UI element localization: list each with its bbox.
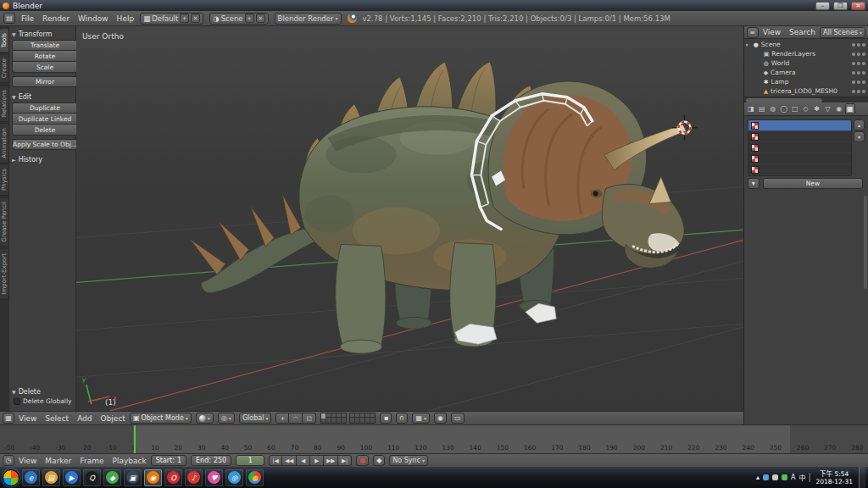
add-scene-button[interactable]: + [245, 14, 254, 23]
viewport-menu[interactable]: Add [77, 414, 92, 423]
viewport-menu[interactable]: View [19, 414, 36, 423]
expand-arrow-icon[interactable]: ► [12, 157, 16, 163]
chrome-icon[interactable]: ● [246, 469, 264, 486]
toolshelf-tab[interactable]: Physics [0, 164, 9, 196]
timeline-ruler[interactable]: -50-40-30-20-100102030405060708090100110… [0, 424, 868, 453]
orientation-dropdown[interactable]: Global▾ [239, 413, 272, 424]
manipulator-toggle[interactable]: ◱ [303, 413, 316, 424]
mirror-button[interactable]: Mirror [12, 76, 78, 87]
delete-globally-checkbox[interactable]: Delete Globally [14, 397, 76, 405]
outliner-row[interactable]: ▲ tricera_LOD0_MESH0 [744, 86, 868, 96]
shading-dropdown[interactable]: ▾ [196, 413, 214, 424]
show-desktop-button[interactable] [859, 467, 865, 488]
timeline-menu[interactable]: Playback [113, 457, 147, 465]
data-tab-icon[interactable]: ▽ [823, 103, 833, 114]
tray-icon[interactable] [772, 474, 778, 480]
transport-button[interactable]: |◀ [269, 455, 282, 466]
apply-scale-button[interactable]: Apply Scale to Obj... [12, 139, 78, 150]
tray-expand-icon[interactable]: ▴ [756, 474, 760, 481]
dinosaur-model[interactable] [190, 62, 686, 353]
tray-icon[interactable] [763, 474, 769, 480]
outliner-row[interactable]: ▣ RenderLayers [744, 49, 868, 58]
render-tab-icon[interactable]: ◨ [746, 103, 756, 114]
texture-slot[interactable] [748, 153, 851, 164]
3d-viewport[interactable]: x y User Ortho (1) [76, 26, 743, 411]
toolshelf-tab[interactable]: Tools [0, 28, 9, 53]
toolshelf-tab[interactable]: Grease Pencil [0, 197, 9, 247]
object-tab-icon[interactable]: □ [790, 103, 800, 114]
lock-icon[interactable]: ▪ [380, 413, 392, 424]
app-icon-5[interactable]: ◆ [103, 469, 121, 486]
system-clock[interactable]: 下午 5:54 2018-12-31 [813, 470, 855, 485]
transport-button[interactable]: ▶ [310, 455, 324, 466]
pivot-dropdown[interactable]: ◎▾ [218, 413, 235, 424]
ime-latin-indicator[interactable]: A [791, 474, 795, 481]
maximize-button[interactable]: ❐ [833, 2, 848, 10]
add-layout-button[interactable]: + [180, 14, 189, 23]
edit-button[interactable]: Duplicate Linked [12, 114, 78, 125]
collapse-arrow-icon[interactable]: ▼ [12, 94, 16, 100]
timeline-menu[interactable]: Marker [45, 457, 71, 465]
remove-scene-button[interactable]: ✕ [256, 14, 265, 23]
outliner-scrollbar[interactable] [744, 97, 868, 103]
app-icon-6[interactable]: ▣ [124, 469, 142, 486]
remove-layout-button[interactable]: ✕ [191, 14, 200, 23]
visibility-icons[interactable] [852, 90, 865, 93]
internet-explorer-icon[interactable]: e [22, 469, 40, 486]
transport-button[interactable]: ◀ [297, 455, 310, 466]
viewport-menu[interactable]: Select [45, 414, 69, 423]
scene-selector[interactable]: ◑ Scene + ✕ [209, 13, 268, 25]
outliner-row[interactable]: ◍ World [744, 58, 868, 68]
render-engine-dropdown[interactable]: Blender Render ▾ [275, 13, 342, 25]
world-tab-icon[interactable]: ◯ [779, 103, 789, 114]
3d-scene[interactable]: x y [76, 26, 743, 411]
visibility-icons[interactable] [852, 62, 865, 65]
collapse-arrow-icon[interactable]: ▼ [12, 389, 16, 395]
material-tab-icon[interactable]: ◉ [834, 103, 844, 114]
viewport-menu[interactable]: Object [101, 414, 125, 423]
qq-icon[interactable]: Q [83, 469, 101, 486]
manipulator-toggle[interactable]: ◠ [289, 413, 303, 424]
outliner-menu[interactable]: View [763, 28, 781, 36]
edit-panel-header[interactable]: ▼Edit [12, 93, 78, 101]
menubar-menu[interactable]: Render [42, 14, 70, 23]
texture-slot[interactable] [748, 120, 851, 131]
transport-button[interactable]: ◀◀ [282, 455, 297, 466]
snap-magnet-icon[interactable]: ∪ [396, 413, 408, 424]
texture-slot[interactable] [748, 142, 851, 153]
edit-button[interactable]: Duplicate [12, 103, 78, 114]
screen-layout-selector[interactable]: ▦ Default + ✕ [140, 13, 203, 25]
texture-slot[interactable] [748, 131, 851, 142]
timeline-menu[interactable]: Frame [80, 457, 103, 465]
app-icon-11[interactable]: ◎ [225, 469, 243, 486]
record-button[interactable]: ● [356, 455, 369, 466]
edit-button[interactable]: Delete [12, 125, 78, 136]
app-icon-10[interactable]: ♥ [205, 469, 223, 486]
current-frame-field[interactable]: 1 [236, 455, 264, 466]
keyframe-icon[interactable]: ◆ [373, 455, 385, 466]
checkbox-icon[interactable] [14, 398, 20, 405]
history-panel-header[interactable]: ►History [12, 156, 78, 164]
transform-button[interactable]: Translate [12, 40, 78, 51]
visibility-icons[interactable] [852, 80, 865, 84]
visibility-icons[interactable] [852, 71, 865, 75]
start-button[interactable] [3, 469, 19, 486]
transport-button[interactable]: ▶▶ [324, 455, 338, 466]
app-icon-8[interactable]: O [164, 469, 182, 486]
outliner-row[interactable]: ◆ Camera [744, 68, 868, 77]
toolshelf-tab[interactable]: Relations [0, 85, 9, 122]
outliner-row[interactable]: ✱ Lamp [744, 77, 868, 86]
app-icon-9[interactable]: ♪ [185, 469, 203, 486]
expand-arrow-icon[interactable]: ▾ [746, 42, 751, 47]
visibility-icons[interactable] [852, 43, 865, 47]
outliner-editor-icon[interactable]: ≡ [747, 27, 759, 38]
layers-widget[interactable] [320, 413, 376, 424]
layer-grid-right[interactable] [349, 413, 376, 424]
render-animation-icon[interactable]: ▭ [451, 413, 465, 424]
menubar-menu[interactable]: Window [78, 14, 108, 23]
redo-panel-header[interactable]: ▼Delete [12, 388, 78, 396]
new-texture-button[interactable]: New [763, 178, 863, 189]
slot-move-button[interactable]: ▾ [854, 131, 865, 142]
texture-slot[interactable] [748, 164, 851, 175]
timeline-editor-icon[interactable]: ◷ [3, 455, 14, 466]
